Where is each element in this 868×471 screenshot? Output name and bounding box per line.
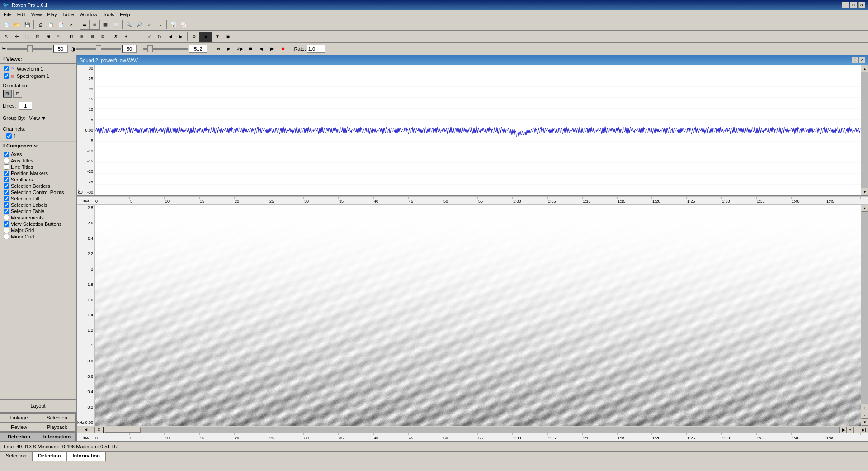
comp-axis-titles-check[interactable] xyxy=(4,158,9,163)
scroll-end[interactable]: ▶| xyxy=(861,427,867,433)
brightness-value[interactable] xyxy=(53,45,68,53)
scroll-thumb-area[interactable]: ⊡ xyxy=(95,427,103,433)
cut-button[interactable]: ✂ xyxy=(66,20,76,30)
menu-edit[interactable]: Edit xyxy=(14,11,28,18)
prev-sel[interactable]: ◁ xyxy=(145,32,155,42)
minimize-button[interactable]: ─ xyxy=(842,2,849,8)
comp-scrollbars-check[interactable] xyxy=(4,177,9,182)
next-sel[interactable]: ▷ xyxy=(155,32,165,42)
tab-detection-bottom[interactable]: Detection xyxy=(32,452,66,461)
color-btn[interactable]: ■ xyxy=(199,32,212,42)
select-box[interactable]: ⬚ xyxy=(22,32,32,42)
tab-linkage[interactable]: Linkage xyxy=(0,413,38,422)
select-pencil[interactable]: ✏ xyxy=(53,32,63,42)
copy-button[interactable]: 📑 xyxy=(56,20,66,30)
snap2-btn[interactable]: ⊞ xyxy=(77,32,87,42)
zoom-sel-btn[interactable]: ⤢ xyxy=(145,20,155,30)
waveform1-checkbox[interactable] xyxy=(4,66,9,71)
menu-window[interactable]: Window xyxy=(77,11,100,18)
config-btn[interactable]: ⬛ xyxy=(100,20,110,30)
snap-btn[interactable]: ◧ xyxy=(66,32,76,42)
sound-expand-btn[interactable]: ⊡ xyxy=(852,57,858,63)
comp-sel-borders-check[interactable] xyxy=(4,183,9,189)
settings-btn[interactable]: ⚙ xyxy=(189,32,199,42)
spec-scroll-down[interactable]: ▼ xyxy=(861,419,868,426)
snap3-btn[interactable]: ⊟ xyxy=(87,32,97,42)
snap4-btn[interactable]: ⊠ xyxy=(98,32,108,42)
comp-sel-fill-check[interactable] xyxy=(4,196,9,201)
lines-input[interactable] xyxy=(19,102,32,110)
menu-file[interactable]: File xyxy=(1,11,14,18)
brightness-slider[interactable] xyxy=(7,48,52,50)
groupby-button[interactable]: View ▼ xyxy=(28,114,48,122)
comp-minor-grid-check[interactable] xyxy=(4,234,9,239)
comp-major-grid-check[interactable] xyxy=(4,228,9,233)
zoom-in-btn[interactable]: 🔍 xyxy=(124,20,134,30)
tab-information-bottom[interactable]: Information xyxy=(66,452,106,461)
spectrogram-btn[interactable]: ▤ xyxy=(90,20,100,30)
select-cross[interactable]: ✛ xyxy=(12,32,22,42)
tab-selection[interactable]: Selection xyxy=(38,413,76,422)
menu-help[interactable]: Help xyxy=(117,11,133,18)
comp-view-sel-btns-check[interactable] xyxy=(4,221,9,227)
open-button[interactable]: 📂 xyxy=(12,20,22,30)
select-lasso[interactable]: ⊡ xyxy=(33,32,42,42)
fft-slider[interactable] xyxy=(143,48,188,50)
orient-vertical[interactable]: ⊟ xyxy=(13,90,22,98)
new-button[interactable]: 📄 xyxy=(1,20,11,30)
menu-tools[interactable]: Tools xyxy=(100,11,117,18)
scroll-right[interactable]: - xyxy=(854,427,860,433)
waveform-scroll-up[interactable]: ▲ xyxy=(861,65,868,72)
tab-selection-bottom[interactable]: Selection xyxy=(0,452,32,461)
h-scrollbar-track[interactable] xyxy=(103,427,840,433)
print2-button[interactable]: 📋 xyxy=(46,20,56,30)
spectrogram-canvas[interactable] xyxy=(95,205,861,426)
spectrogram1-checkbox[interactable] xyxy=(4,73,9,79)
config2-btn[interactable]: ⬜ xyxy=(111,20,121,30)
comp-measurements-check[interactable] xyxy=(4,215,9,220)
orient-horizontal[interactable]: ⊞ xyxy=(3,90,12,98)
contrast-value[interactable] xyxy=(122,45,137,53)
zoom-time-in[interactable]: ▶ xyxy=(840,427,847,433)
spec-scroll-zoom-out[interactable]: - xyxy=(861,411,868,419)
delete-btn[interactable]: ✗ xyxy=(111,32,121,42)
stop-btn[interactable]: ⏹ xyxy=(245,44,255,54)
next-view[interactable]: ▶ xyxy=(176,32,186,42)
select-arrow[interactable]: ↖ xyxy=(1,32,11,42)
spec-scroll-track[interactable] xyxy=(861,212,868,404)
close-button[interactable]: ✕ xyxy=(858,2,865,8)
comp-pos-markers-check[interactable] xyxy=(4,171,9,176)
menu-play[interactable]: Play xyxy=(44,11,59,18)
tab-information[interactable]: Information xyxy=(38,432,76,441)
contrast-slider[interactable] xyxy=(76,48,121,50)
zoom-all-btn[interactable]: ⤡ xyxy=(155,20,165,30)
rec-btn[interactable]: ⏺ xyxy=(278,44,288,54)
scroll-left-btn[interactable]: ◀ xyxy=(77,427,95,433)
zoom-time-out[interactable]: + xyxy=(847,427,854,433)
layout-button[interactable]: Layout xyxy=(2,401,74,410)
comp-axes-check[interactable] xyxy=(4,152,9,157)
fwd-btn[interactable]: ▶ xyxy=(267,44,277,54)
waveform-scroll-track[interactable] xyxy=(861,72,868,188)
tab-detection[interactable]: Detection xyxy=(0,432,38,441)
export2-btn[interactable]: 📈 xyxy=(179,20,189,30)
play-btn[interactable]: ▶ xyxy=(224,44,234,54)
menu-table[interactable]: Table xyxy=(60,11,77,18)
channel1-checkbox[interactable] xyxy=(6,133,12,139)
waveform-canvas[interactable] xyxy=(95,65,861,195)
tab-playback[interactable]: Playback xyxy=(38,423,76,432)
comp-line-titles-check[interactable] xyxy=(4,164,9,170)
back-btn[interactable]: ◀ xyxy=(256,44,266,54)
rate-input[interactable] xyxy=(307,45,325,53)
export-btn[interactable]: 📊 xyxy=(168,20,178,30)
subtract-btn[interactable]: - xyxy=(132,32,142,42)
colscheme-btn[interactable]: ▼ xyxy=(212,32,222,42)
colscheme2-btn[interactable]: ◉ xyxy=(223,32,233,42)
waveform1-view[interactable]: 〜 Waveform 1 xyxy=(0,65,76,72)
h-scrollbar-thumb[interactable] xyxy=(104,427,141,433)
waveform-scroll-down[interactable]: ▼ xyxy=(861,188,868,195)
print-button[interactable]: 🖨 xyxy=(35,20,45,30)
prev-view[interactable]: ◀ xyxy=(165,32,175,42)
play-start[interactable]: ⏮ xyxy=(213,44,223,54)
comp-sel-table-check[interactable] xyxy=(4,209,9,214)
